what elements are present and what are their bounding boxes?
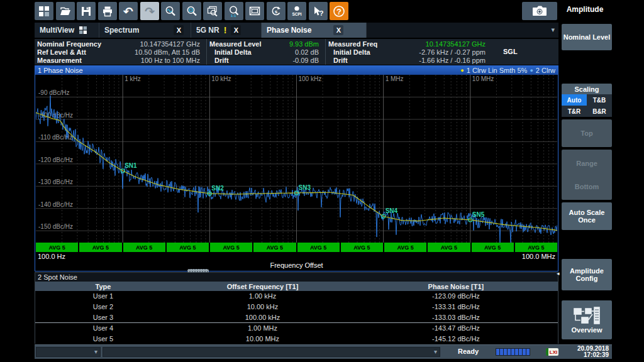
tab-label: MultiView	[40, 26, 74, 35]
multi-zoom-icon[interactable]	[203, 2, 222, 20]
warning-icon: !	[224, 25, 227, 35]
x-axis-title: Frequency Offset	[36, 261, 557, 270]
svg-text:1 MHz: 1 MHz	[386, 75, 404, 82]
context-help-icon[interactable]: ?	[309, 2, 328, 20]
trace1-dot-icon: ●	[460, 66, 464, 75]
multiview-grid-icon	[79, 26, 87, 35]
svg-text:-150 dBc/Hz: -150 dBc/Hz	[38, 223, 73, 230]
spot-noise-window[interactable]: 2 Spot Noise Type Offset Frequency [T1] …	[35, 272, 558, 344]
svg-text:-110 dBc/Hz: -110 dBc/Hz	[38, 134, 72, 141]
redo-icon[interactable]: ↷	[140, 2, 159, 20]
tab-label: Spectrum	[104, 26, 139, 35]
svg-text:?: ?	[319, 9, 324, 17]
avg-segment: AVG 5	[253, 243, 296, 252]
info-field: Measured Level9.93 dBm	[209, 40, 323, 48]
windows-icon[interactable]	[35, 2, 53, 20]
scaling-option-auto[interactable]: Auto	[562, 94, 587, 106]
nominal-level-button[interactable]: Nominal Level	[562, 24, 612, 50]
zoom-area-icon[interactable]	[182, 2, 201, 20]
x-axis-range: 100.0 Hz 100.0 MHz	[36, 253, 557, 261]
sidepanel-arrow-icon[interactable]: ◂	[557, 270, 560, 277]
avg-segment: AVG 5	[341, 243, 383, 252]
table-header: Type Offset Frequency [T1] Phase Noise […	[35, 282, 558, 291]
svg-text:SN5: SN5	[472, 211, 485, 218]
status-dropdown-small[interactable]: ▾	[36, 347, 101, 357]
scaling-option-tr[interactable]: T&R	[562, 106, 587, 117]
help-icon[interactable]: ?	[330, 2, 348, 20]
ready-status: Ready	[458, 348, 479, 355]
top-button[interactable]: Top	[562, 119, 612, 147]
table-row: User 11.00 kHz-123.09 dBc/Hz	[35, 291, 558, 302]
trace2-dot-icon: ●	[530, 66, 533, 75]
svg-text:-140 dBc/Hz: -140 dBc/Hz	[38, 201, 73, 208]
phase-noise-window[interactable]: 1 Phase Noise ● 1 Clrw Lin Smth 5% ● 2 C…	[35, 65, 558, 272]
info-field: Nominal Frequency10.147354127 GHz	[37, 40, 204, 48]
svg-text:-120 dBc/Hz: -120 dBc/Hz	[38, 156, 73, 163]
avg-segment-bar: AVG 5 AVG 5 AVG 5 AVG 5 AVG 5 AVG 5 AVG …	[36, 243, 557, 252]
tab-list-dropdown[interactable]: ▾	[551, 26, 555, 34]
auto-scale-once-button[interactable]: Auto Scale Once	[562, 202, 612, 230]
table-row: User 3100.00 kHz-133.03 dBc/Hz	[35, 312, 558, 323]
trace1-legend-label: 1 Clrw Lin Smth 5%	[467, 66, 528, 75]
svg-text:10 MHz: 10 MHz	[472, 75, 494, 82]
svg-text:SN2: SN2	[211, 185, 224, 192]
avg-segment: AVG 5	[297, 243, 340, 252]
scpi-icon[interactable]: SCPI	[287, 2, 306, 20]
avg-segment: AVG 5	[167, 243, 209, 252]
phase-noise-plot[interactable]: -90 dBc/Hz-100 dBc/Hz-110 dBc/Hz-120 dBc…	[36, 75, 557, 243]
svg-text:100 kHz: 100 kHz	[299, 75, 322, 82]
softkey-menu-title: Amplitude	[557, 0, 613, 19]
save-icon[interactable]	[77, 2, 96, 20]
col-header-type: Type	[35, 282, 171, 291]
close-icon[interactable]: X	[333, 25, 343, 35]
overview-flowchart-icon	[573, 307, 601, 324]
tab-multiview[interactable]: MultiView	[35, 23, 99, 38]
print-icon[interactable]	[98, 2, 117, 20]
window-title: 1 Phase Noise	[38, 66, 83, 75]
close-icon[interactable]: X	[231, 25, 241, 35]
tab-spectrum[interactable]: Spectrum X	[99, 23, 191, 38]
zoom-1to1-icon[interactable]: 1:1	[225, 2, 243, 20]
sweep-icon[interactable]: s	[267, 2, 286, 20]
status-dropdown-wide[interactable]: ▾	[103, 347, 440, 357]
table-row: User 510.00 MHz-145.12 dBc/Hz	[35, 333, 558, 344]
avg-segment: AVG 5	[210, 243, 252, 252]
toolbar: ↶ ↷ 1:1 s SCPI ? ?	[0, 0, 644, 21]
x-start-label: 100.0 Hz	[38, 253, 65, 260]
svg-text:SCPI: SCPI	[292, 12, 301, 16]
svg-text:1:1: 1:1	[231, 13, 236, 17]
undo-icon[interactable]: ↶	[119, 2, 138, 20]
avg-segment: AVG 5	[79, 243, 121, 252]
tab-label: Phase Noise	[267, 26, 311, 35]
svg-text:10 kHz: 10 kHz	[211, 75, 231, 82]
chevron-down-icon: ▾	[94, 348, 97, 355]
zoom-trace-icon[interactable]	[161, 2, 180, 20]
table-row: User 210.00 kHz-133.31 dBc/Hz	[35, 302, 558, 312]
bottom-button[interactable]: Bottom	[562, 173, 612, 200]
single-sweep-indicator: SGL	[503, 48, 518, 55]
info-field: Drift-0.09 dB	[214, 57, 323, 65]
avg-segment: AVG 5	[384, 243, 426, 252]
svg-text:1 kHz: 1 kHz	[125, 75, 141, 82]
datetime-display: 20.09.2018 17:02:39	[562, 346, 609, 358]
svg-text:s: s	[275, 9, 278, 14]
scaling-option-br[interactable]: B&R	[587, 106, 612, 117]
svg-text:SN4: SN4	[386, 207, 398, 214]
display-icon[interactable]	[245, 2, 264, 20]
time: 17:02:39	[562, 352, 609, 358]
open-icon[interactable]	[56, 2, 75, 20]
col-header-noise: Phase Noise [T1]	[354, 282, 558, 291]
divider	[206, 39, 207, 65]
info-field: Measurement100 Hz to 100 MHz	[37, 57, 204, 65]
tab-phase-noise[interactable]: Phase Noise X	[262, 23, 367, 38]
overview-button[interactable]: Overview	[562, 300, 612, 339]
scaling-option-tb[interactable]: T&B	[587, 94, 612, 106]
avg-segment: AVG 5	[428, 243, 470, 252]
table-row: User 41.00 MHz-143.47 dBc/Hz	[35, 322, 558, 333]
close-icon[interactable]: X	[174, 25, 184, 35]
chevron-down-icon: ▾	[434, 348, 437, 355]
camera-icon[interactable]	[522, 2, 557, 20]
tab-5gnr[interactable]: 5G NR ! X	[191, 23, 262, 38]
amplitude-config-button[interactable]: Amplitude Config	[562, 259, 612, 290]
progress-bar	[496, 348, 530, 356]
